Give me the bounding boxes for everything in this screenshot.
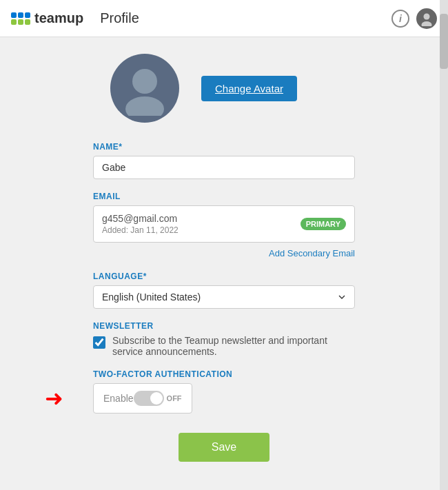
- scrollbar-thumb: [440, 14, 448, 69]
- svg-point-1: [422, 21, 432, 26]
- language-label: LANGUAGE*: [93, 272, 355, 281]
- two-factor-box: Enable OFF: [93, 383, 192, 414]
- header-icons: i: [391, 8, 437, 29]
- svg-point-2: [132, 69, 157, 94]
- logo-text: teamup: [34, 10, 83, 26]
- logo-area: teamup: [11, 10, 83, 26]
- logo-dot: [11, 12, 17, 18]
- email-label: EMAIL: [93, 192, 355, 201]
- logo-dot: [18, 19, 23, 25]
- two-factor-label: TWO-FACTOR AUTHENTICATION: [93, 369, 355, 379]
- newsletter-checkbox-label[interactable]: Subscribe to the Teamup newsletter and i…: [93, 335, 355, 357]
- logo-dot: [25, 12, 30, 18]
- page-title: Profile: [100, 10, 139, 26]
- language-select[interactable]: English (United States) English (UK) Deu…: [93, 285, 355, 309]
- email-box: g455@gmail.com Added: Jan 11, 2022 PRIMA…: [93, 205, 355, 243]
- avatar-section: Change Avatar: [55, 54, 393, 123]
- logo-dot: [25, 19, 30, 25]
- svg-point-0: [424, 13, 430, 19]
- email-date: Added: Jan 11, 2022: [102, 225, 179, 235]
- email-info: g455@gmail.com Added: Jan 11, 2022: [102, 213, 179, 235]
- toggle-switch[interactable]: OFF: [134, 391, 182, 406]
- name-input[interactable]: [93, 156, 355, 179]
- newsletter-field-group: NEWSLETTER Subscribe to the Teamup newsl…: [93, 321, 355, 357]
- email-address: g455@gmail.com: [102, 213, 179, 224]
- logo-grid: [11, 12, 30, 25]
- header: teamup Profile i: [0, 0, 448, 37]
- toggle-state-label: OFF: [167, 394, 182, 402]
- logo-dot: [11, 19, 17, 25]
- logo-dot: [18, 12, 23, 18]
- info-icon[interactable]: i: [391, 10, 409, 28]
- save-section: Save: [93, 433, 355, 462]
- newsletter-text: Subscribe to the Teamup newsletter and i…: [112, 335, 355, 357]
- change-avatar-button[interactable]: Change Avatar: [201, 76, 297, 101]
- add-secondary-link-container: Add Secondary Email: [93, 247, 355, 259]
- toggle-track[interactable]: [134, 391, 164, 406]
- name-field-group: NAME*: [93, 142, 355, 179]
- primary-badge: PRIMARY: [301, 218, 346, 230]
- arrow-indicator: ➜: [45, 387, 63, 409]
- newsletter-checkbox[interactable]: [93, 336, 105, 349]
- user-avatar-icon[interactable]: [416, 8, 437, 29]
- name-label: NAME*: [93, 142, 355, 152]
- email-field-group: EMAIL g455@gmail.com Added: Jan 11, 2022…: [93, 192, 355, 259]
- add-secondary-email-link[interactable]: Add Secondary Email: [269, 248, 355, 258]
- newsletter-label: NEWSLETTER: [93, 321, 355, 331]
- language-field-group: LANGUAGE* English (United States) Englis…: [93, 272, 355, 309]
- profile-form: NAME* EMAIL g455@gmail.com Added: Jan 11…: [93, 142, 355, 462]
- svg-point-3: [125, 96, 164, 116]
- toggle-thumb: [150, 392, 163, 405]
- avatar: [110, 54, 179, 123]
- save-button[interactable]: Save: [179, 433, 269, 462]
- enable-2fa-link[interactable]: Enable: [103, 393, 134, 404]
- two-factor-row: ➜ Enable OFF: [93, 383, 355, 414]
- two-factor-field-group: TWO-FACTOR AUTHENTICATION ➜ Enable OFF: [93, 369, 355, 414]
- main-content: Change Avatar NAME* EMAIL g455@gmail.com…: [0, 37, 448, 478]
- red-arrow-icon: ➜: [45, 386, 63, 411]
- scrollbar[interactable]: [440, 0, 448, 490]
